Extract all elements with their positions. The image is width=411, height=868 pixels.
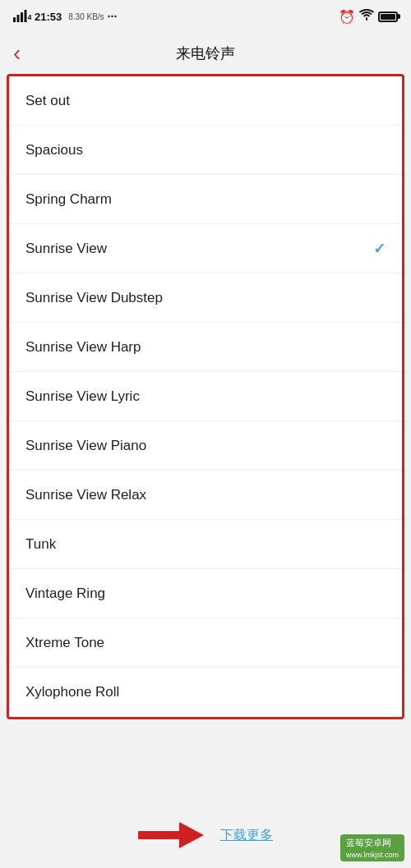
battery-icon — [378, 11, 398, 22]
ringtone-name: Xylophone Roll — [25, 684, 119, 700]
watermark-sub: www.lmkjst.com — [346, 851, 399, 859]
svg-rect-3 — [25, 10, 27, 22]
list-item[interactable]: Tunk — [9, 520, 402, 569]
list-item[interactable]: Sunrise View✓ — [9, 224, 402, 273]
ringtone-name: Xtreme Tone — [25, 635, 104, 651]
arrow-indicator — [138, 820, 204, 850]
status-left: 4G 21:53 8.30 KB/s ··· — [13, 9, 117, 25]
list-item[interactable]: Sunrise View Relax — [9, 471, 402, 520]
svg-marker-6 — [179, 822, 204, 848]
svg-rect-2 — [21, 12, 23, 22]
ringtone-name: Tunk — [25, 536, 56, 553]
list-item[interactable]: Spacious — [9, 126, 402, 175]
list-item[interactable]: Xylophone Roll — [9, 668, 402, 717]
svg-text:4G: 4G — [28, 13, 32, 21]
status-right: ⏰ — [339, 9, 398, 25]
download-more-link[interactable]: 下载更多 — [220, 827, 273, 844]
watermark-text: 蓝莓安卓网 — [346, 838, 391, 847]
page-title: 来电铃声 — [176, 44, 235, 63]
list-item[interactable]: Sunrise View Harp — [9, 323, 402, 372]
list-item[interactable]: Set out — [9, 76, 402, 126]
list-item[interactable]: Sunrise View Lyric — [9, 372, 402, 421]
ringtone-list: Set outSpaciousSpring CharmSunrise View✓… — [9, 76, 402, 717]
ringtone-name: Set out — [25, 93, 70, 109]
ringtone-name: Sunrise View — [25, 241, 107, 257]
battery-fill — [381, 14, 395, 20]
status-bar: 4G 21:53 8.30 KB/s ··· ⏰ — [0, 0, 411, 33]
ringtone-name: Sunrise View Relax — [25, 487, 146, 503]
svg-rect-1 — [17, 15, 20, 22]
svg-rect-0 — [13, 17, 16, 22]
watermark: 蓝莓安卓网 www.lmkjst.com — [340, 834, 404, 861]
data-speed: 8.30 KB/s — [68, 12, 104, 21]
ringtone-name: Sunrise View Lyric — [25, 388, 140, 405]
list-item[interactable]: Sunrise View Piano — [9, 421, 402, 471]
ringtone-name: Spacious — [25, 142, 83, 158]
signal-icon: 4G — [13, 9, 31, 25]
page-header: ‹ 来电铃声 — [0, 33, 411, 74]
svg-rect-5 — [138, 831, 181, 839]
back-icon: ‹ — [13, 42, 21, 65]
list-item[interactable]: Sunrise View Dubstep — [9, 273, 402, 323]
ringtone-name: Sunrise View Harp — [25, 339, 141, 356]
ringtone-name: Sunrise View Dubstep — [25, 290, 163, 306]
ringtone-name: Vintage Ring — [25, 586, 105, 602]
arrow-icon — [138, 820, 204, 850]
back-button[interactable]: ‹ — [13, 42, 21, 65]
wifi-icon — [359, 9, 374, 24]
list-item[interactable]: Xtreme Tone — [9, 618, 402, 668]
list-item[interactable]: Spring Charm — [9, 175, 402, 224]
ringtone-list-container: Set outSpaciousSpring CharmSunrise View✓… — [7, 74, 404, 719]
selected-check-icon: ✓ — [373, 240, 386, 258]
alarm-icon: ⏰ — [339, 9, 355, 25]
ringtone-name: Sunrise View Piano — [25, 438, 146, 454]
ringtone-name: Spring Charm — [25, 191, 112, 208]
list-item[interactable]: Vintage Ring — [9, 569, 402, 618]
dots: ··· — [108, 10, 118, 23]
time-display: 21:53 — [35, 11, 62, 23]
